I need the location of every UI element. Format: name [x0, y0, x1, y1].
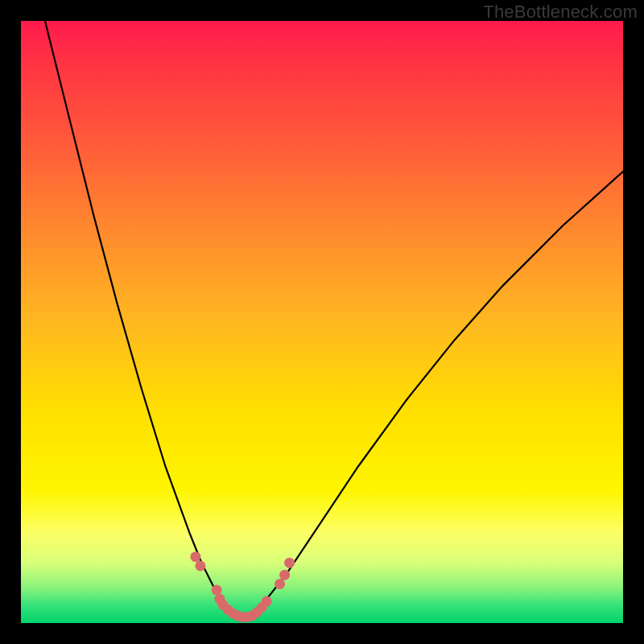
outer-frame: TheBottleneck.com — [0, 0, 644, 644]
curve-layer — [21, 21, 623, 623]
watermark-text: TheBottleneck.com — [483, 2, 638, 23]
curve-marker — [262, 597, 272, 607]
curve-marker — [195, 560, 205, 571]
curve-marker — [212, 584, 222, 595]
curve-marker — [279, 570, 290, 580]
curve-markers — [190, 551, 295, 622]
curve-marker — [284, 558, 295, 568]
bottleneck-curve — [45, 21, 623, 617]
curve-marker — [190, 551, 200, 562]
curve-marker — [275, 579, 285, 589]
